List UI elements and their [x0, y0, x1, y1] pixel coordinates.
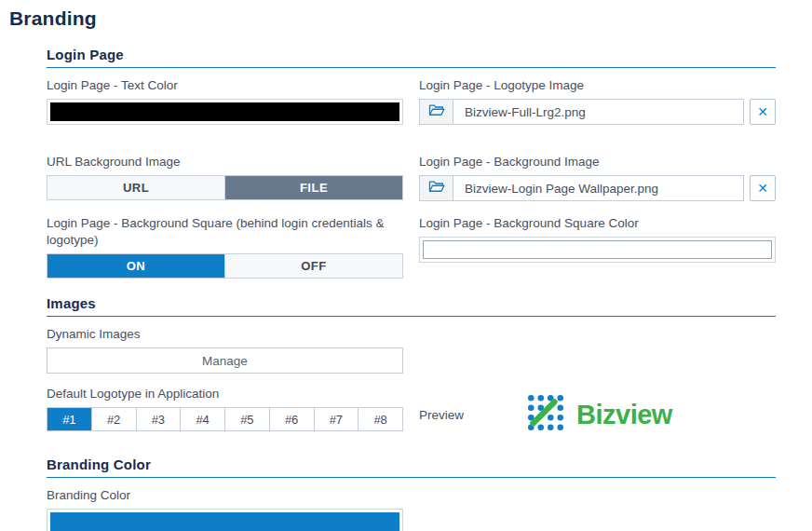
section-title: Branding Color: [47, 456, 151, 472]
section-header-login-page: Login Page: [47, 47, 776, 68]
logotype-option-5[interactable]: #5: [224, 408, 269, 430]
browse-file-button[interactable]: [420, 100, 453, 124]
section-title: Login Page: [47, 47, 124, 62]
browse-file-button[interactable]: [420, 176, 453, 200]
on-off-toggle: ON OFF: [47, 253, 403, 279]
field-branding-color: Branding Color: [47, 487, 403, 531]
manage-button[interactable]: Manage: [47, 347, 403, 374]
field-url-background-image: URL Background Image URL FILE: [47, 154, 403, 200]
field-label: Branding Color: [47, 487, 403, 504]
color-swatch: [50, 102, 399, 121]
background-square-color-picker[interactable]: [419, 237, 776, 263]
login-text-color-picker[interactable]: [47, 99, 403, 125]
field-dynamic-images: Dynamic Images Manage: [47, 326, 403, 374]
field-label: Default Logotype in Application: [47, 386, 403, 402]
bizview-logo-icon: [526, 393, 565, 436]
toggle-option-off[interactable]: OFF: [224, 254, 402, 278]
section-title: Images: [47, 295, 96, 311]
logotype-option-3[interactable]: #3: [136, 408, 181, 430]
logotype-option-7[interactable]: #7: [314, 408, 359, 430]
background-image-file-input[interactable]: Bizview-Login Page Wallpaper.png: [419, 175, 744, 201]
toggle-option-file[interactable]: FILE: [224, 176, 402, 199]
row-default-logotype: Default Logotype in Application #1 #2 #3…: [47, 386, 776, 436]
section-header-images: Images: [47, 295, 776, 317]
logotype-option-1[interactable]: #1: [47, 408, 91, 430]
selected-filename: Bizview-Full-Lrg2.png: [453, 100, 743, 124]
row-text-color-logotype: Login Page - Text Color Login Page - Log…: [47, 77, 776, 125]
branding-settings-page: Branding Login Page Login Page - Text Co…: [0, 0, 812, 531]
logotype-image-file-row: Bizview-Full-Lrg2.png ✕: [419, 99, 776, 125]
logotype-option-8[interactable]: #8: [358, 408, 402, 430]
color-swatch: [50, 512, 399, 531]
branding-color-picker[interactable]: [47, 509, 403, 531]
close-icon: ✕: [757, 181, 768, 196]
row-url-bg-image: URL Background Image URL FILE Login Page…: [47, 154, 776, 201]
page-title: Branding: [9, 7, 812, 30]
logotype-selector: #1 #2 #3 #4 #5 #6 #7 #8: [47, 407, 403, 431]
row-branding-color: Branding Color: [47, 487, 776, 531]
clear-file-button[interactable]: ✕: [750, 175, 776, 201]
field-label: Login Page - Background Square (behind l…: [47, 215, 403, 249]
bizview-logo-text: Bizview: [576, 400, 672, 430]
clear-file-button[interactable]: ✕: [750, 99, 776, 125]
color-swatch: [423, 240, 772, 259]
logotype-image-file-input[interactable]: Bizview-Full-Lrg2.png: [419, 99, 744, 125]
bizview-logo: Bizview: [526, 393, 672, 436]
field-label: Login Page - Background Image: [419, 154, 776, 170]
field-background-image: Login Page - Background Image Bizview-Lo: [419, 154, 776, 201]
logotype-option-2[interactable]: #2: [91, 408, 136, 430]
field-default-logotype: Default Logotype in Application #1 #2 #3…: [47, 386, 403, 431]
close-icon: ✕: [757, 104, 768, 119]
field-background-square-color: Login Page - Background Square Color: [419, 215, 776, 263]
row-background-square: Login Page - Background Square (behind l…: [47, 215, 776, 279]
preview-label: Preview: [419, 408, 464, 422]
logotype-preview: Preview Bizview: [419, 386, 776, 436]
row-dynamic-images: Dynamic Images Manage: [47, 326, 776, 374]
url-file-toggle: URL FILE: [47, 175, 403, 200]
folder-open-icon: [428, 102, 445, 121]
section-header-branding-color: Branding Color: [47, 456, 776, 478]
field-login-text-color: Login Page - Text Color: [47, 77, 403, 125]
field-label: Login Page - Text Color: [47, 77, 403, 94]
field-background-square: Login Page - Background Square (behind l…: [47, 215, 403, 279]
field-label: URL Background Image: [47, 154, 403, 170]
background-image-file-row: Bizview-Login Page Wallpaper.png ✕: [419, 175, 776, 201]
field-label: Login Page - Logotype Image: [419, 77, 776, 94]
field-logotype-image: Login Page - Logotype Image Bizview-Full: [419, 77, 776, 125]
field-label: Dynamic Images: [47, 326, 403, 343]
field-label: Login Page - Background Square Color: [419, 215, 776, 232]
folder-open-icon: [428, 179, 445, 197]
content: Login Page Login Page - Text Color Login…: [47, 47, 776, 531]
logotype-option-4[interactable]: #4: [180, 408, 224, 430]
selected-filename: Bizview-Login Page Wallpaper.png: [453, 176, 743, 200]
toggle-option-url[interactable]: URL: [47, 176, 224, 199]
toggle-option-on[interactable]: ON: [47, 254, 224, 278]
logotype-option-6[interactable]: #6: [269, 408, 314, 430]
